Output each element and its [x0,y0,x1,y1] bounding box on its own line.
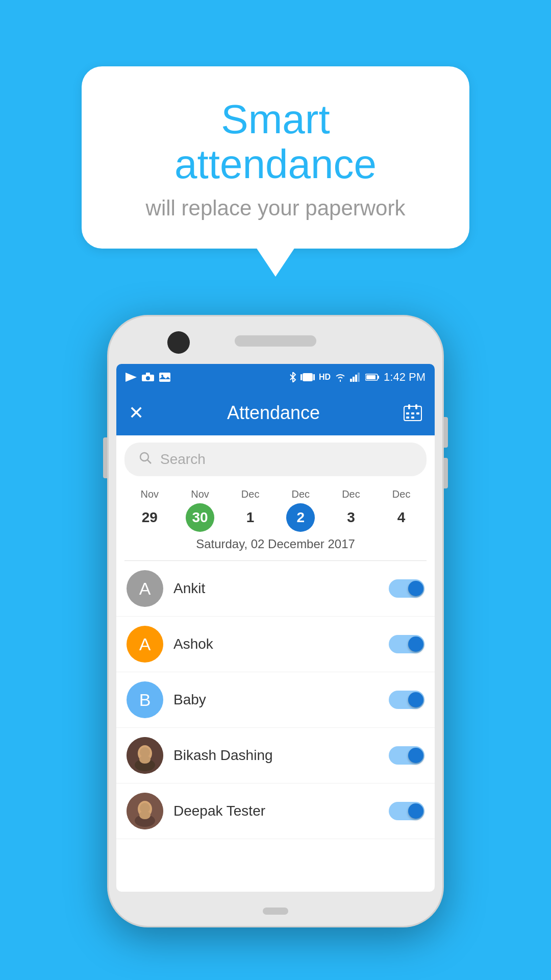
list-item: Bikash Dashing [116,728,435,783]
person-name-ankit: Ankit [173,580,389,597]
avatar-ashok: A [127,626,163,663]
list-item: A Ashok [116,617,435,672]
phone-speaker [235,335,316,347]
bubble-title: Smart attendance [122,97,429,187]
svg-rect-19 [406,412,409,414]
status-icons-left [126,373,170,382]
calendar-day-dec2[interactable]: Dec 2 [286,488,315,532]
svg-rect-20 [411,412,414,414]
svg-rect-7 [300,374,302,380]
search-magnifier-icon [139,451,152,464]
camera-icon [142,373,154,382]
avatar-baby: B [127,681,163,718]
calendar-day-nov30[interactable]: Nov 30 [186,488,214,532]
vibrate-icon [300,372,315,382]
svg-marker-0 [126,373,137,382]
calendar-day-dec3[interactable]: Dec 3 [337,488,365,532]
phone-screen: HD [116,364,435,892]
hd-badge: HD [319,373,331,382]
phone-vol-down [444,458,448,488]
bubble-subtitle: will replace your paperwork [122,196,429,220]
status-icons-right: HD [289,371,425,384]
people-list: A Ankit A Ashok [116,561,435,892]
search-bar[interactable]: Search [124,443,427,476]
svg-rect-15 [366,375,375,379]
phone-vol-up [444,417,448,448]
svg-point-24 [140,453,148,461]
face-deepak-svg [127,793,163,829]
person-name-bikash: Bikash Dashing [173,747,389,764]
svg-rect-8 [313,374,315,380]
calendar-days-row: Nov 29 Nov 30 Dec 1 Dec 2 [124,488,427,532]
signal-icon [350,373,361,382]
svg-rect-22 [406,416,409,419]
phone-home-button [263,908,288,915]
app-title: Attendance [227,402,320,424]
svg-rect-9 [350,379,352,382]
svg-rect-14 [378,376,379,379]
svg-rect-6 [303,373,313,381]
app-bar: ✕ Attendance [116,390,435,435]
selected-date-label: Saturday, 02 December 2017 [124,532,427,553]
toggle-deepak[interactable] [389,802,424,820]
status-time: 1:42 PM [384,371,425,384]
svg-rect-17 [408,404,410,409]
back-button[interactable]: ✕ [129,402,144,424]
svg-rect-23 [411,416,414,419]
avatar-bikash [127,737,163,774]
svg-rect-11 [355,375,357,382]
phone-camera [167,331,190,354]
toggle-ankit[interactable] [389,579,424,598]
avatar-deepak [127,793,163,829]
svg-point-2 [146,376,150,380]
svg-rect-10 [353,377,355,382]
person-name-deepak: Deepak Tester [173,803,389,819]
svg-rect-21 [416,412,419,414]
svg-rect-18 [415,404,417,409]
person-name-baby: Baby [173,692,389,708]
avatar-ankit: A [127,570,163,607]
play-icon [126,373,137,382]
svg-line-25 [147,460,151,463]
svg-rect-12 [358,373,360,382]
person-name-ashok: Ashok [173,636,389,652]
toggle-baby[interactable] [389,691,424,709]
svg-point-35 [139,811,151,819]
list-item: Deepak Tester [116,783,435,839]
search-container: Search [116,435,435,483]
calendar-day-dec4[interactable]: Dec 4 [387,488,416,532]
list-item: B Baby [116,672,435,728]
face-bikash-svg [127,737,163,774]
svg-rect-3 [146,373,150,375]
calendar-day-nov29[interactable]: Nov 29 [135,488,164,532]
search-icon [139,451,152,468]
toggle-bikash[interactable] [389,746,424,765]
calendar-strip: Nov 29 Nov 30 Dec 1 Dec 2 [116,483,435,560]
search-placeholder-text: Search [160,451,206,468]
calendar-day-dec1[interactable]: Dec 1 [236,488,265,532]
svg-point-30 [139,755,151,764]
svg-rect-4 [159,373,170,382]
phone-power [103,437,107,478]
toggle-ashok[interactable] [389,635,424,653]
phone-mockup: HD [107,315,444,927]
bluetooth-icon [289,372,296,382]
battery-icon [365,373,380,381]
list-item: A Ankit [116,561,435,617]
image-icon [159,373,170,382]
status-bar: HD [116,364,435,390]
calendar-icon[interactable] [403,404,422,422]
wifi-icon [335,373,346,382]
speech-bubble: Smart attendance will replace your paper… [82,66,469,249]
